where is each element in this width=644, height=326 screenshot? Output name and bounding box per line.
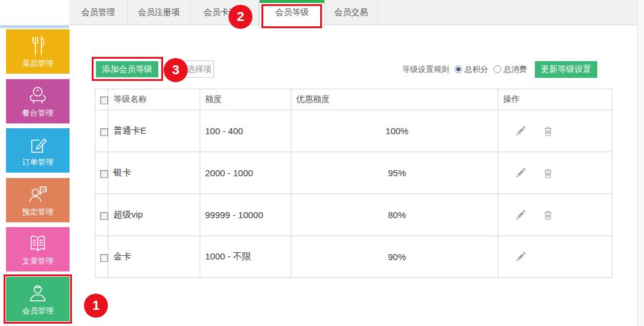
radio-total-points-label: 总积分 (465, 64, 488, 75)
sidebar-item-label: 菜品管理 (22, 58, 53, 69)
member-tabbar: 会员管理 会员注册项 会员卡设置 会员等级 会员交易 (69, 0, 637, 25)
sidebar-item-tables[interactable]: 餐台管理 (6, 79, 70, 123)
edit-pencil-icon[interactable] (515, 126, 526, 137)
select-all-checkbox[interactable] (100, 96, 108, 104)
row-checkbox[interactable] (100, 128, 108, 136)
member-level-table: 等级名称 额度 优惠额度 操作 普通卡E 100 - 400 100% 银卡 2 (95, 89, 612, 278)
tab-member-level[interactable]: 会员等级 (259, 0, 325, 29)
discount-cell: 80% (291, 194, 498, 236)
chair-icon (25, 84, 50, 109)
active-tab-accent-bar (260, 0, 324, 3)
sidebar-item-reservations[interactable]: 预定管理 (6, 178, 70, 222)
level-rule-label: 等级设置规则 (402, 64, 449, 75)
edit-pencil-icon[interactable] (515, 168, 526, 179)
radio-total-spend-control[interactable] (493, 65, 501, 73)
sidebar-item-label: 订单管理 (22, 157, 53, 168)
cutlery-icon (26, 34, 50, 58)
edit-pencil-icon[interactable] (515, 252, 526, 262)
row-checkbox[interactable] (100, 254, 108, 262)
radio-total-points-control[interactable] (455, 65, 462, 73)
delete-trash-icon[interactable] (543, 210, 553, 221)
sidebar-item-label: 会员管理 (22, 306, 53, 316)
table-row: 普通卡E 100 - 400 100% (95, 110, 612, 152)
discount-cell: 100% (291, 110, 498, 152)
member-person-icon (25, 282, 50, 307)
table-header-row: 等级名称 额度 优惠额度 操作 (95, 89, 612, 110)
sidebar-item-label: 预定管理 (22, 207, 53, 218)
discount-cell: 95% (291, 152, 498, 194)
quota-cell: 100 - 400 (200, 110, 291, 152)
edit-pencil-icon[interactable] (515, 210, 526, 221)
tab-member-manage[interactable]: 会员管理 (69, 0, 128, 25)
radio-total-points[interactable]: 总积分 (455, 64, 488, 75)
level-name-cell: 金卡 (109, 236, 200, 278)
table-row: 超级vip 99999 - 10000 80% (95, 194, 612, 236)
annotation-step-2: 2 (228, 5, 252, 29)
row-checkbox[interactable] (100, 170, 108, 178)
annotation-step-1: 1 (84, 294, 108, 318)
order-edit-icon (25, 133, 50, 158)
level-rule-group: 等级设置规则 总积分 总消费 更新等级设置 (402, 61, 597, 78)
header-actions: 操作 (498, 89, 612, 110)
header-quota: 额度 (200, 89, 291, 110)
tab-member-transactions[interactable]: 会员交易 (325, 0, 378, 25)
reservation-chat-icon (25, 183, 50, 208)
row-checkbox[interactable] (100, 212, 108, 220)
tab-member-register-fields[interactable]: 会员注册项 (128, 0, 191, 25)
quota-cell: 2000 - 1000 (200, 152, 291, 194)
level-name-cell: 超级vip (109, 194, 200, 236)
annotation-step-3: 3 (164, 58, 188, 82)
quota-cell: 1000 - 不限 (200, 236, 291, 278)
quota-cell: 99999 - 10000 (200, 194, 291, 236)
sidebar-item-label: 餐台管理 (22, 108, 53, 119)
table-row: 金卡 1000 - 不限 90% (95, 236, 612, 278)
left-header-divider (0, 25, 69, 28)
sidebar-item-articles[interactable]: 文章管理 (6, 227, 70, 271)
header-level-name: 等级名称 (109, 89, 200, 110)
sidebar-item-members[interactable]: 会员管理 (6, 277, 70, 321)
level-name-cell: 银卡 (109, 152, 200, 194)
tab-member-level-label: 会员等级 (275, 7, 309, 17)
delete-trash-icon[interactable] (543, 168, 553, 179)
level-name-cell: 普通卡E (109, 110, 200, 152)
radio-total-spend[interactable]: 总消费 (493, 64, 527, 75)
sidebar-item-orders[interactable]: 订单管理 (6, 128, 70, 173)
update-level-settings-button[interactable]: 更新等级设置 (535, 61, 597, 78)
sidebar-item-label: 文章管理 (22, 256, 53, 267)
discount-cell: 90% (291, 236, 498, 278)
article-book-icon (25, 232, 50, 257)
header-discount: 优惠额度 (291, 89, 498, 110)
add-member-level-button[interactable]: 添加会员等级 (96, 61, 158, 77)
table-row: 银卡 2000 - 1000 95% (95, 152, 612, 194)
radio-total-spend-label: 总消费 (504, 64, 527, 75)
sidebar-item-dishes[interactable]: 菜品管理 (6, 29, 70, 74)
scrollbar-track[interactable] (637, 0, 644, 326)
delete-trash-icon[interactable] (543, 126, 553, 137)
